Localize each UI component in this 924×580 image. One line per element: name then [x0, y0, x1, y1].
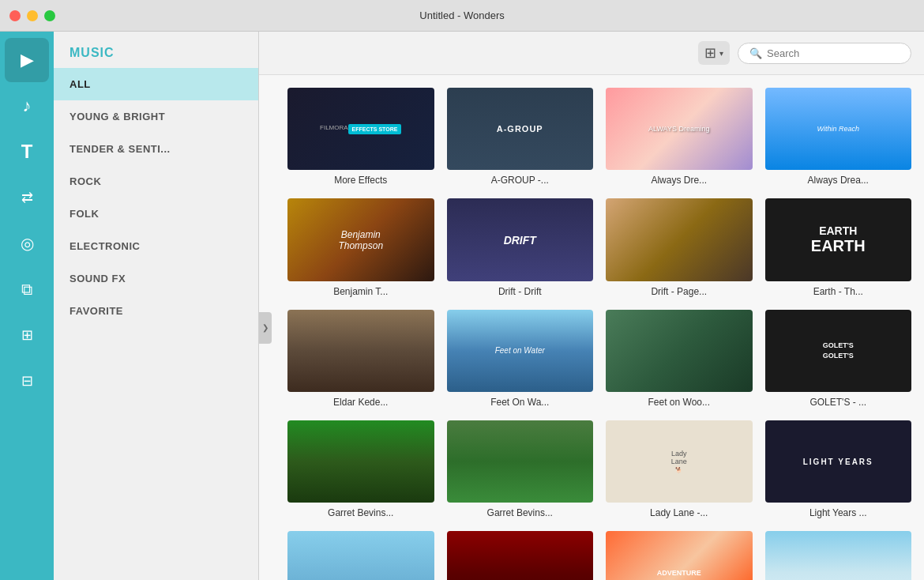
sidebar-item-music[interactable]: ♪ [5, 84, 49, 128]
main-toolbar: ⊞ ▾ 🔍 [259, 32, 924, 75]
music-thumbnail: GOLET'SGOLET'S [765, 310, 912, 392]
music-thumbnail [447, 531, 594, 580]
view-toggle-button[interactable]: ⊞ ▾ [698, 41, 730, 65]
music-thumbnail: Feet on Water [447, 310, 594, 392]
list-item[interactable] [447, 531, 594, 580]
music-thumbnail: FILMORA EFFECTS STORE [287, 88, 434, 170]
music-item-label: A-GROUP -... [447, 175, 594, 186]
music-thumbnail [606, 310, 753, 392]
list-item[interactable]: DRIFT Drift - Drift [447, 198, 594, 296]
list-item[interactable]: GOLET'SGOLET'S GOLET'S - ... [765, 310, 912, 408]
search-input[interactable] [767, 47, 900, 59]
music-item-label: Always Dre... [606, 175, 753, 186]
app-body: ▶ ♪ T ⇄ ◎ ⧉ ⊞ ⊟ MUSIC ALL YOUNG & BRIGHT… [0, 32, 924, 580]
sidebar-item-electronic[interactable]: ELECTRONIC [54, 230, 258, 262]
sidebar-title: MUSIC [69, 46, 115, 59]
music-item-label: Benjamin T... [287, 286, 434, 297]
scroll-indicator[interactable]: ❯ [259, 312, 272, 344]
music-item-label: Feet On Wa... [447, 397, 594, 408]
music-item-label: Always Drea... [765, 175, 912, 186]
sidebar-header: MUSIC [54, 32, 258, 68]
sidebar: MUSIC ALL YOUNG & BRIGHT TENDER & SENTI.… [54, 32, 259, 580]
music-grid: FILMORA EFFECTS STORE More Effects A-GRO… [287, 88, 911, 580]
list-item[interactable]: Feet on Water Feet On Wa... [447, 310, 594, 408]
grid-view-icon: ⊞ [704, 44, 716, 62]
sidebar-item-favorite[interactable]: FAVORITE [54, 295, 258, 327]
sidebar-item-filter[interactable]: ◎ [5, 221, 49, 266]
search-bar: 🔍 [738, 43, 911, 64]
music-thumbnail: EARTHEARTH [765, 198, 912, 281]
sidebar-item-play[interactable]: ▶ [5, 38, 49, 82]
list-item[interactable]: ADVENTURE [606, 531, 753, 580]
fx-store-label: EFFECTS STORE [348, 124, 402, 134]
music-item-label: Light Years ... [765, 507, 912, 518]
music-thumbnail: DRIFT [447, 198, 594, 281]
sidebar-item-young[interactable]: YOUNG & BRIGHT [54, 100, 258, 133]
main-content: ⊞ ▾ 🔍 ❯ FILMORA EFFECTS STORE More Effec… [259, 32, 924, 580]
sidebar-item-media[interactable]: ⊞ [5, 313, 49, 357]
music-thumbnail: A-GROUP [447, 88, 594, 170]
music-thumbnail: LadyLane🐕 [606, 420, 753, 503]
music-thumbnail [287, 420, 434, 503]
list-item[interactable]: BenjaminThompson Benjamin T... [287, 198, 434, 296]
music-item-label: GOLET'S - ... [765, 397, 912, 408]
music-item-label: Drift - Page... [606, 286, 753, 297]
music-thumbnail [765, 531, 912, 580]
list-item[interactable]: FILMORA EFFECTS STORE More Effects [287, 88, 434, 186]
music-thumbnail [287, 531, 434, 580]
grid-area[interactable]: ❯ FILMORA EFFECTS STORE More Effects A-G… [259, 75, 924, 580]
music-thumbnail: ALWAYS Dreaming [606, 88, 753, 170]
music-item-label: Drift - Drift [447, 286, 594, 297]
window-title: Untitled - Wonders [419, 9, 504, 21]
list-item[interactable]: LadyLane🐕 Lady Lane -... [606, 420, 753, 518]
music-item-label: Lady Lane -... [606, 507, 753, 518]
sidebar-item-text[interactable]: T [5, 130, 49, 174]
sidebar-item-folk[interactable]: FOLK [54, 198, 258, 230]
sidebar-item-split[interactable]: ⊟ [5, 359, 49, 403]
music-item-label: More Effects [287, 175, 434, 186]
music-thumbnail [606, 198, 753, 281]
sidebar-nav: ALL YOUNG & BRIGHT TENDER & SENTI... ROC… [54, 68, 258, 327]
list-item[interactable]: Garret Bevins... [287, 420, 434, 518]
search-icon: 🔍 [749, 47, 762, 59]
list-item[interactable]: Drift - Page... [606, 198, 753, 296]
music-thumbnail: Within Reach [765, 88, 912, 170]
music-thumbnail: BenjaminThompson [287, 198, 434, 281]
music-item-label: Garret Bevins... [287, 507, 434, 518]
list-item[interactable]: Eldar Kede... [287, 310, 434, 408]
music-thumbnail [287, 310, 434, 392]
titlebar: Untitled - Wonders [0, 0, 924, 32]
maximize-button[interactable] [44, 10, 55, 21]
sidebar-item-tender[interactable]: TENDER & SENTI... [54, 133, 258, 165]
music-item-label: Feet on Woo... [606, 397, 753, 408]
list-item[interactable]: LIGHT YEARS Light Years ... [765, 420, 912, 518]
window-controls [9, 10, 55, 21]
sidebar-item-transition[interactable]: ⇄ [5, 175, 49, 220]
close-button[interactable] [9, 10, 21, 21]
list-item[interactable]: Feet on Woo... [606, 310, 753, 408]
music-thumbnail: ADVENTURE [606, 531, 753, 580]
sidebar-item-rock[interactable]: ROCK [54, 165, 258, 198]
music-thumbnail [447, 420, 594, 503]
music-thumbnail: LIGHT YEARS [765, 420, 912, 503]
list-item[interactable]: Within Reach Always Drea... [765, 88, 912, 186]
music-item-label: Earth - Th... [765, 286, 912, 297]
list-item[interactable] [765, 531, 912, 580]
sidebar-item-all[interactable]: ALL [54, 68, 258, 100]
music-item-label: Garret Bevins... [447, 507, 594, 518]
list-item[interactable]: EARTHEARTH Earth - Th... [765, 198, 912, 296]
sidebar-item-overlay[interactable]: ⧉ [5, 267, 49, 311]
list-item[interactable]: ALWAYS Dreaming Always Dre... [606, 88, 753, 186]
minimize-button[interactable] [27, 10, 38, 21]
sidebar-item-soundfx[interactable]: SOUND FX [54, 262, 258, 295]
dropdown-arrow-icon: ▾ [719, 49, 723, 58]
list-item[interactable] [287, 531, 434, 580]
icon-bar: ▶ ♪ T ⇄ ◎ ⧉ ⊞ ⊟ [0, 32, 54, 580]
list-item[interactable]: A-GROUP A-GROUP -... [447, 88, 594, 186]
list-item[interactable]: Garret Bevins... [447, 420, 594, 518]
music-item-label: Eldar Kede... [287, 397, 434, 408]
